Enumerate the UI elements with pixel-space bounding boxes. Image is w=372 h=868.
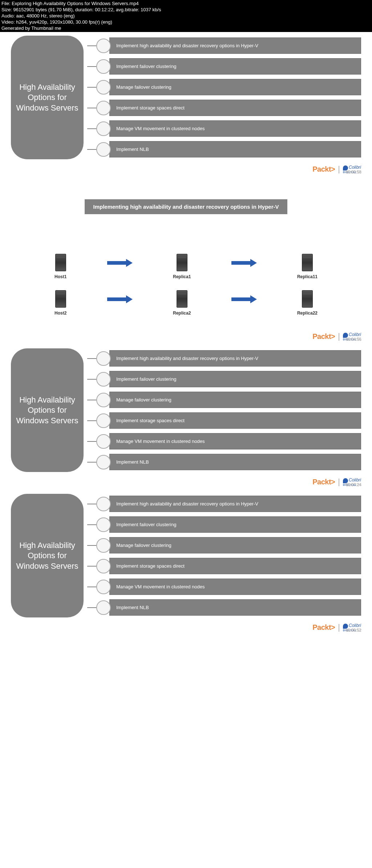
topic-item: Manage VM movement in clustered nodes <box>87 579 361 595</box>
connector-line <box>87 462 96 463</box>
topic-item: Manage VM movement in clustered nodes <box>87 433 361 449</box>
topic-item: Manage VM movement in clustered nodes <box>87 120 361 137</box>
audio-line: Audio: aac, 48000 Hz, stereo (eng) <box>1 13 371 19</box>
topic-items: Implement high availability and disaster… <box>87 494 361 616</box>
connector-line <box>87 607 96 608</box>
item-label: Manage VM movement in clustered nodes <box>109 120 361 137</box>
topic-item: Manage failover clustering <box>87 79 361 95</box>
item-label: Implement NLB <box>109 454 361 470</box>
item-label: Implement NLB <box>109 141 361 157</box>
bullet-circle-icon <box>96 455 111 469</box>
arrow-icon <box>231 260 257 265</box>
node-label: Replica22 <box>297 311 318 316</box>
timestamp: 00:07:24 <box>345 482 361 487</box>
item-label: Manage VM movement in clustered nodes <box>109 579 361 595</box>
server-icon <box>302 290 313 308</box>
connector-line <box>87 587 96 587</box>
topic-item: Manage failover clustering <box>87 392 361 408</box>
bullet-circle-icon <box>96 142 111 157</box>
topic-item: Implement high availability and disaster… <box>87 37 361 54</box>
replica-row: Host2 Replica2 Replica22 <box>54 290 318 316</box>
server-icon <box>177 254 187 271</box>
topic-item: Implement NLB <box>87 454 361 470</box>
server-icon <box>55 290 66 308</box>
connector-line <box>87 379 96 380</box>
node-label: Replica1 <box>173 274 191 279</box>
connector-line <box>87 545 96 546</box>
packt-logo: Packt> <box>312 165 335 173</box>
item-label: Implement failover clustering <box>109 516 361 533</box>
bullet-circle-icon <box>96 538 111 553</box>
bullet-circle-icon <box>96 580 111 594</box>
bullet-circle-icon <box>96 39 111 53</box>
bullet-circle-icon <box>96 372 111 387</box>
bullet-circle-icon <box>96 121 111 136</box>
separator: | <box>338 477 340 487</box>
timestamp: 00:02:58 <box>345 169 361 174</box>
item-label: Manage failover clustering <box>109 392 361 408</box>
connector-line <box>87 149 96 150</box>
section-title: Implementing high availability and disas… <box>85 199 288 214</box>
thumbnail-2: Implementing high availability and disas… <box>0 177 372 236</box>
item-label: Manage failover clustering <box>109 79 361 95</box>
arrow-icon <box>231 297 257 302</box>
thumbnail-4: High Availability Options for Windows Se… <box>0 345 372 490</box>
topic-item: Manage failover clustering <box>87 537 361 553</box>
replica-node: Replica11 <box>297 254 318 279</box>
thumbnail-3: Host1 Replica1 Replica11 Host2 Replica2 … <box>0 236 372 345</box>
generated-line: Generated by Thumbnail me <box>1 25 371 32</box>
separator: | <box>338 164 340 174</box>
server-icon <box>177 290 187 308</box>
connector-line <box>87 400 96 400</box>
topic-items: Implement high availability and disaster… <box>87 36 361 157</box>
connector-line <box>87 420 96 421</box>
timestamp: 00:04:56 <box>345 337 361 341</box>
bullet-circle-icon <box>96 600 111 615</box>
replica-node: Replica1 <box>173 254 191 279</box>
topic-item: Implement failover clustering <box>87 516 361 533</box>
item-label: Implement failover clustering <box>109 371 361 387</box>
server-icon <box>55 254 66 271</box>
arrow-icon <box>107 260 133 265</box>
node-label: Host2 <box>54 311 66 316</box>
size-line: Size: 96152901 bytes (91.70 MiB), durati… <box>1 7 371 13</box>
topic-item: Implement high availability and disaster… <box>87 350 361 367</box>
file-line: File: Exploring High Availability Option… <box>1 1 371 7</box>
bullet-circle-icon <box>96 497 111 511</box>
connector-line <box>87 566 96 567</box>
server-icon <box>302 254 313 271</box>
topic-item: Implement high availability and disaster… <box>87 496 361 512</box>
topic-items: Implement high availability and disaster… <box>87 348 361 470</box>
connector-line <box>87 128 96 129</box>
bullet-circle-icon <box>96 559 111 573</box>
connector-line <box>87 45 96 46</box>
connector-line <box>87 504 96 504</box>
metadata-header: File: Exploring High Availability Option… <box>0 0 372 32</box>
connector-line <box>87 441 96 442</box>
topic-item: Implement failover clustering <box>87 58 361 75</box>
item-label: Implement high availability and disaster… <box>109 350 361 367</box>
bullet-circle-icon <box>96 351 111 366</box>
connector-line <box>87 66 96 67</box>
topic-item: Implement NLB <box>87 141 361 157</box>
replica-node: Replica22 <box>297 290 318 316</box>
topic-item: Implement failover clustering <box>87 371 361 387</box>
bullet-circle-icon <box>96 59 111 74</box>
topic-item: Implement storage spaces direct <box>87 558 361 574</box>
separator: | <box>338 623 340 632</box>
topic-item: Implement storage spaces direct <box>87 412 361 429</box>
host-node: Host1 <box>54 254 66 279</box>
item-label: Implement storage spaces direct <box>109 100 361 116</box>
packt-logo: Packt> <box>312 623 335 632</box>
bullet-circle-icon <box>96 517 111 532</box>
node-label: Host1 <box>54 274 66 279</box>
timestamp: 00:09:52 <box>345 628 361 632</box>
main-topic-box: High Availability Options for Windows Se… <box>11 494 84 617</box>
replica-diagram: Host1 Replica1 Replica11 Host2 Replica2 … <box>11 250 361 319</box>
host-node: Host2 <box>54 290 66 316</box>
item-label: Implement NLB <box>109 599 361 616</box>
topic-item: Implement storage spaces direct <box>87 100 361 116</box>
topic-item: Implement NLB <box>87 599 361 616</box>
thumbnail-5: High Availability Options for Windows Se… <box>0 490 372 636</box>
main-topic-box: High Availability Options for Windows Se… <box>11 36 84 159</box>
